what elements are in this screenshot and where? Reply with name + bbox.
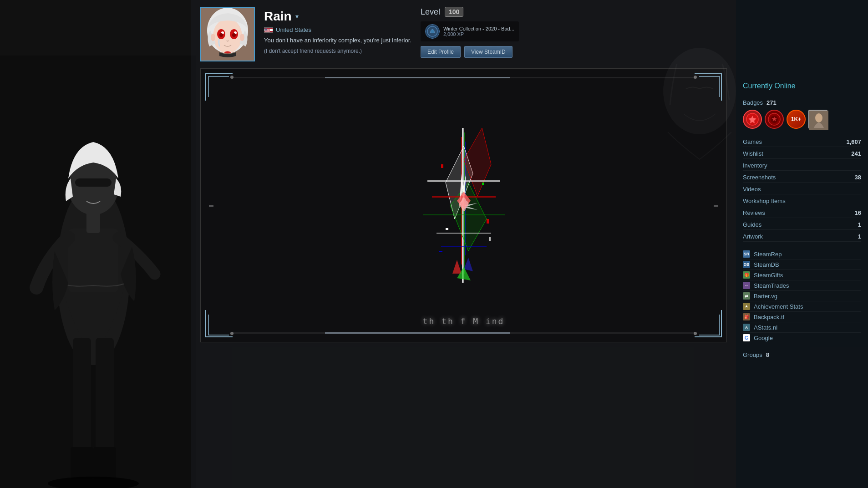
level-badge: 100 [445,7,463,17]
link-label-steamtrades: SteamTrades [754,282,789,289]
stat-value-wishlist: 241 [851,150,861,157]
link-steamdb[interactable]: DB SteamDB [743,259,861,270]
xp-badge-name: Winter Collection - 2020 - Bad... [443,26,514,31]
svg-rect-35 [446,228,448,230]
link-label-steamdb: SteamDB [754,261,779,268]
achievement-stats-icon: ★ [743,303,750,310]
stats-section: Games 1,607 Wishlist 241 Inventory Scree… [743,137,861,242]
link-label-astats: AStats.nl [754,324,777,331]
groups-count: 8 [766,351,769,358]
stat-value-artwork: 1 [858,233,861,240]
svg-rect-31 [437,233,491,234]
stat-label-wishlist[interactable]: Wishlist [743,150,763,157]
svg-point-21 [240,34,244,41]
badges-row: 1K+ [743,110,861,129]
stat-label-screenshots[interactable]: Screenshots [743,174,776,181]
currently-online-label: Currently Online [743,82,861,90]
profile-header: Rain ▾ 🇺🇸 United States You don't have a… [191,0,736,68]
stat-label-artwork[interactable]: Artwork [743,233,763,240]
bio-line2: (I don't accept friend requests anymore.… [264,48,411,54]
link-steamrep[interactable]: SR SteamRep [743,249,861,259]
stat-label-videos[interactable]: Videos [743,186,761,193]
svg-rect-28 [427,180,500,182]
stat-row-wishlist: Wishlist 241 [743,149,861,159]
stat-row-screenshots: Screenshots 38 [743,173,861,183]
link-label-steamgifts: SteamGifts [754,272,783,279]
link-achievement-stats[interactable]: ★ Achievement Stats [743,301,861,312]
svg-rect-33 [441,164,443,168]
badge-icon-4[interactable] [808,110,827,129]
bio-line1: You don't have an inferiority complex, y… [264,36,411,45]
left-character-area [0,0,191,488]
groups-label[interactable]: Groups [743,351,762,358]
stat-label-workshop[interactable]: Workshop Items [743,198,786,204]
stat-row-artwork: Artwork 1 [743,232,861,242]
link-steamtrades[interactable]: ↔ SteamTrades [743,280,861,291]
svg-point-20 [211,34,215,41]
badges-label[interactable]: Badges [743,99,763,106]
profile-info: Rain ▾ 🇺🇸 United States You don't have a… [264,7,411,54]
google-icon: G [743,334,750,341]
svg-point-43 [815,113,822,122]
username: Rain [264,9,292,24]
stat-label-guides[interactable]: Guides [743,221,761,228]
link-label-steamrep: SteamRep [754,251,782,258]
backpacktf-icon: 🎒 [743,313,750,320]
link-label-achievement-stats: Achievement Stats [754,303,803,310]
level-label: Level [421,7,440,17]
badges-section: Badges 271 [743,99,861,129]
dropdown-arrow-icon[interactable]: ▾ [295,13,299,20]
svg-rect-3 [96,338,114,465]
stat-row-workshop: Workshop Items [743,196,861,206]
character-artwork [0,56,196,488]
svg-rect-36 [487,219,489,224]
xp-badge-row[interactable]: Winter Collection - 2020 - Bad... 2,000 … [421,21,519,41]
stat-row-videos: Videos [743,184,861,194]
xp-amount: 2,000 XP [443,31,514,37]
link-astats[interactable]: A AStats.nl [743,322,861,333]
xp-badge-icon [425,24,440,39]
center-area: Rain ▾ 🇺🇸 United States You don't have a… [191,0,736,488]
svg-rect-37 [439,251,442,252]
stat-row-games: Games 1,607 [743,137,861,147]
link-label-google: Google [754,335,773,341]
stat-value-games: 1,607 [846,138,861,145]
stat-value-screenshots: 38 [855,174,861,181]
country-flag-icon: 🇺🇸 [264,27,273,33]
bartervg-icon: ⇄ [743,292,750,300]
steamdb-icon: DB [743,261,750,268]
link-bartervg[interactable]: ⇄ Barter.vg [743,291,861,301]
svg-rect-9 [75,178,112,187]
stat-row-reviews: Reviews 16 [743,208,861,218]
link-backpacktf[interactable]: 🎒 Backpack.tf [743,312,861,322]
steamtrades-icon: ↔ [743,282,750,289]
badge-icon-2[interactable] [765,110,784,129]
link-google[interactable]: G Google [743,333,861,343]
stat-value-guides: 1 [858,221,861,228]
badge-icon-1[interactable] [743,110,762,129]
stat-label-inventory[interactable]: Inventory [743,162,767,169]
steamgifts-icon: 🎁 [743,271,750,279]
link-steamgifts[interactable]: 🎁 SteamGifts [743,270,861,280]
right-panel: Currently Online Badges 271 [736,0,868,488]
external-links-section: SR SteamRep DB SteamDB 🎁 SteamGifts ↔ St… [743,249,861,343]
stat-row-inventory: Inventory [743,161,861,171]
steamrep-icon: SR [743,250,750,258]
stat-label-games[interactable]: Games [743,138,762,145]
stat-label-reviews[interactable]: Reviews [743,209,765,216]
svg-point-19 [232,33,236,37]
astats-icon: A [743,324,750,331]
avatar [200,7,255,61]
link-label-backpacktf: Backpack.tf [754,314,784,320]
svg-rect-30 [423,214,505,215]
profile-showcase: th th f M ind [200,68,727,342]
svg-rect-6 [68,229,118,292]
edit-profile-button[interactable]: Edit Profile [421,46,461,58]
profile-buttons: Edit Profile View SteamID [421,46,513,58]
view-steamid-button[interactable]: View SteamID [464,46,513,58]
badges-count: 271 [766,99,777,106]
svg-rect-32 [441,246,487,247]
link-label-bartervg: Barter.vg [754,293,777,300]
badge-icon-3[interactable]: 1K+ [787,110,806,129]
svg-rect-34 [482,183,484,185]
